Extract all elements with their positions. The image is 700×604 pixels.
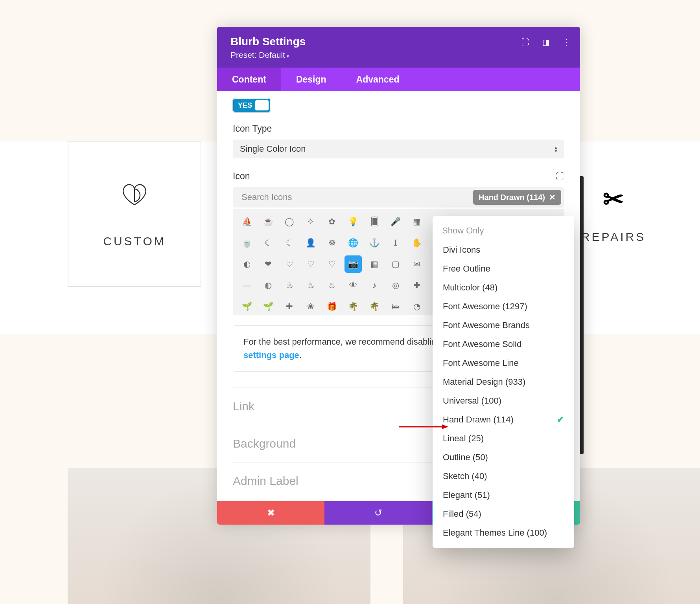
icon-option[interactable]: ✧ bbox=[302, 213, 319, 230]
icon-option[interactable]: ⤓ bbox=[387, 234, 404, 252]
tab-advanced[interactable]: Advanced bbox=[341, 68, 414, 91]
filter-option[interactable]: Lineal (25) bbox=[433, 429, 574, 448]
filter-option-label: Lineal (25) bbox=[443, 433, 484, 444]
icon-option[interactable]: 💡 bbox=[344, 213, 362, 230]
icon-option[interactable]: ♡ bbox=[302, 255, 319, 273]
icon-option[interactable]: 🂠 bbox=[366, 213, 383, 230]
icon-type-select[interactable]: Single Color Icon bbox=[233, 140, 564, 158]
icon-option[interactable]: ⚓ bbox=[366, 234, 383, 252]
icon-option[interactable]: ◔ bbox=[408, 298, 426, 315]
icon-option[interactable]: ❀ bbox=[302, 298, 319, 315]
icon-option[interactable]: 🌴 bbox=[366, 298, 383, 315]
icon-option[interactable]: ◎ bbox=[387, 277, 404, 294]
icon-option[interactable]: ◍ bbox=[260, 277, 277, 294]
expand-modal-icon[interactable]: ⛶ bbox=[521, 38, 530, 46]
more-menu-icon[interactable]: ⋮ bbox=[562, 38, 571, 46]
icon-option[interactable]: ✚ bbox=[408, 277, 426, 294]
card-repairs-label: REPAIRS bbox=[581, 230, 646, 244]
icon-option[interactable]: ❤ bbox=[260, 255, 277, 273]
filter-option[interactable]: Material Design (933) bbox=[433, 373, 574, 391]
icon-option[interactable]: ⛵ bbox=[238, 213, 256, 230]
icon-option[interactable]: ▢ bbox=[387, 255, 404, 273]
filter-option[interactable]: Hand Drawn (114)✔ bbox=[433, 410, 574, 429]
reset-button[interactable]: ↺ bbox=[324, 501, 432, 525]
filter-option[interactable]: Sketch (40) bbox=[433, 467, 574, 486]
icon-option[interactable]: ☾ bbox=[281, 234, 298, 252]
icon-option[interactable]: ♪ bbox=[366, 277, 383, 294]
search-icons-input[interactable] bbox=[241, 192, 473, 202]
modal-tabs: Content Design Advanced bbox=[217, 68, 580, 91]
icon-option[interactable]: ✉ bbox=[408, 255, 426, 273]
filter-option-label: Elegant Themes Line (100) bbox=[443, 528, 547, 538]
filter-option-label: Outline (50) bbox=[443, 452, 488, 463]
select-caret-icon: ▴▾ bbox=[554, 146, 557, 152]
filter-chip-hand-drawn[interactable]: Hand Drawn (114) ✕ bbox=[473, 190, 561, 205]
icon-option[interactable]: 🌴 bbox=[344, 298, 362, 315]
icon-option[interactable]: — bbox=[238, 277, 256, 294]
filter-option-label: Hand Drawn (114) bbox=[443, 415, 514, 425]
filter-option[interactable]: Font Awesome Solid bbox=[433, 335, 574, 354]
modal-header: Blurb Settings Preset: Default▾ ⛶ ◨ ⋮ bbox=[217, 27, 580, 68]
icon-option[interactable]: ✿ bbox=[323, 213, 341, 230]
icon-option[interactable]: 🌱 bbox=[260, 298, 277, 315]
icon-option[interactable]: 🌐 bbox=[344, 234, 362, 252]
icon-option[interactable]: 📷 bbox=[344, 255, 362, 273]
filter-option[interactable]: Font Awesome Brands bbox=[433, 316, 574, 335]
icon-option[interactable]: ✋ bbox=[408, 234, 426, 252]
icon-option[interactable]: 🍵 bbox=[238, 234, 256, 252]
popover-header: Show Only bbox=[433, 223, 574, 240]
icon-option[interactable]: 🎁 bbox=[323, 298, 341, 315]
expand-icon-picker-icon[interactable]: ⛶ bbox=[556, 172, 564, 181]
leaf-heart-icon bbox=[119, 180, 150, 208]
close-icon[interactable]: ✕ bbox=[549, 193, 556, 202]
icon-option[interactable]: ◐ bbox=[238, 255, 256, 273]
icon-option[interactable]: ♡ bbox=[281, 255, 298, 273]
icon-option[interactable]: ✚ bbox=[281, 298, 298, 315]
icon-option[interactable]: ☕ bbox=[260, 213, 277, 230]
icon-option[interactable]: ▦ bbox=[366, 255, 383, 273]
split-view-icon[interactable]: ◨ bbox=[542, 38, 550, 46]
card-custom[interactable]: CUSTOM bbox=[68, 141, 201, 287]
filter-option-label: Universal (100) bbox=[443, 396, 501, 406]
icon-type-value: Single Color Icon bbox=[240, 144, 306, 154]
icon-option[interactable]: ♨ bbox=[323, 277, 341, 294]
filter-option-label: Font Awesome Brands bbox=[443, 320, 530, 330]
use-icon-toggle[interactable]: YES bbox=[233, 98, 271, 112]
tab-content[interactable]: Content bbox=[217, 68, 281, 91]
icon-option[interactable]: 🛏 bbox=[387, 298, 404, 315]
filter-option[interactable]: Font Awesome (1297) bbox=[433, 297, 574, 316]
check-icon: ✔ bbox=[557, 415, 564, 425]
filter-option[interactable]: Divi Icons bbox=[433, 240, 574, 259]
icon-option[interactable]: ♨ bbox=[281, 277, 298, 294]
icon-option[interactable]: 👤 bbox=[302, 234, 319, 252]
note-text: For the best performance, we recommend d… bbox=[243, 337, 441, 347]
icon-option[interactable]: ▦ bbox=[408, 213, 426, 230]
modal-title: Blurb Settings bbox=[230, 35, 567, 48]
icon-option[interactable]: ☸ bbox=[323, 234, 341, 252]
filter-option[interactable]: Elegant (51) bbox=[433, 486, 574, 505]
filter-option[interactable]: Font Awesome Line bbox=[433, 354, 574, 373]
filter-option-label: Font Awesome Line bbox=[443, 358, 519, 368]
cancel-button[interactable]: ✖ bbox=[217, 501, 324, 525]
tab-design[interactable]: Design bbox=[281, 68, 341, 91]
filter-option-label: Font Awesome (1297) bbox=[443, 301, 527, 312]
icon-option[interactable]: ♡ bbox=[323, 255, 341, 273]
card-custom-label: CUSTOM bbox=[103, 235, 166, 248]
filter-option[interactable]: Multicolor (48) bbox=[433, 278, 574, 297]
filter-option[interactable]: Free Outline bbox=[433, 259, 574, 278]
icon-option[interactable]: 👁 bbox=[344, 277, 362, 294]
caret-down-icon: ▾ bbox=[287, 53, 289, 59]
filter-option-label: Font Awesome Solid bbox=[443, 339, 521, 349]
icon-option[interactable]: ♨ bbox=[302, 277, 319, 294]
icon-option[interactable]: 🎤 bbox=[387, 213, 404, 230]
icon-option[interactable]: 🌱 bbox=[238, 298, 256, 315]
scissors-icon: ✂ bbox=[603, 185, 624, 214]
filter-option[interactable]: Universal (100) bbox=[433, 391, 574, 410]
preset-dropdown[interactable]: Preset: Default▾ bbox=[230, 50, 567, 60]
filter-option[interactable]: Outline (50) bbox=[433, 448, 574, 467]
filter-option[interactable]: Elegant Themes Line (100) bbox=[433, 523, 574, 542]
icon-type-label: Icon Type bbox=[233, 123, 564, 134]
icon-option[interactable]: ☾ bbox=[260, 234, 277, 252]
filter-option[interactable]: Filled (54) bbox=[433, 505, 574, 523]
icon-option[interactable]: ◯ bbox=[281, 213, 298, 230]
